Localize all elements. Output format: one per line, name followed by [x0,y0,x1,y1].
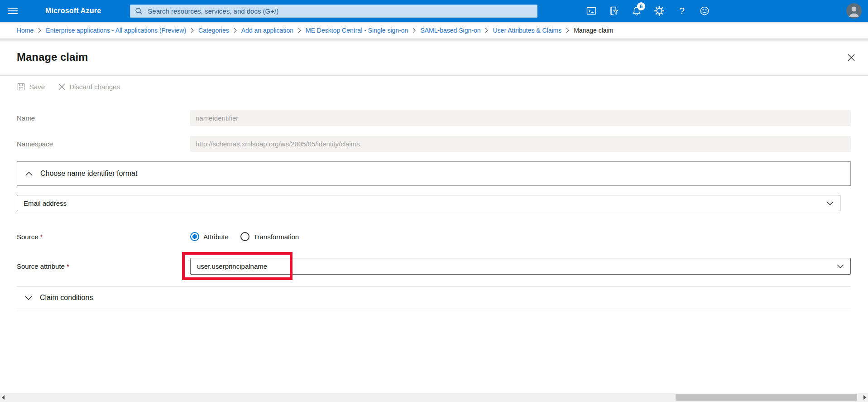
chevron-right-icon [566,28,569,33]
chevron-down-icon [837,264,844,268]
claim-conditions-label: Claim conditions [40,294,93,302]
hamburger-menu-icon[interactable] [0,0,25,22]
radio-selected-icon [190,232,199,241]
breadcrumb-saml-based-sign-on[interactable]: SAML-based Sign-on [420,27,480,34]
discard-changes-button[interactable]: Discard changes [58,83,120,91]
breadcrumb: Home Enterprise applications - All appli… [0,22,868,39]
claim-conditions-section[interactable]: Claim conditions [17,287,851,309]
required-asterisk: * [67,262,69,270]
directory-filter-icon [609,5,619,16]
chevron-down-icon [826,201,834,205]
cloud-shell-button[interactable] [580,0,603,22]
search-icon [135,7,143,15]
close-blade-button[interactable] [844,51,858,64]
attribute-radio-label: Attribute [203,233,229,241]
breadcrumb-enterprise-applications[interactable]: Enterprise applications - All applicatio… [46,27,186,34]
chevron-right-icon [298,28,301,33]
radio-unselected-icon [240,232,249,241]
command-bar: Save Discard changes [0,76,868,97]
chevron-right-icon [485,28,488,33]
namespace-input: http://schemas.xmlsoap.org/ws/2005/05/id… [190,136,851,152]
notification-count-badge: 6 [637,2,645,10]
transformation-radio-label: Transformation [254,233,299,241]
section-label: Choose name identifier format [40,170,137,178]
help-icon: ? [679,5,685,16]
close-icon [848,54,855,61]
manage-claim-form: Name nameidentifier Namespace http://sch… [0,110,868,309]
settings-button[interactable] [648,0,671,22]
gear-icon [654,5,665,16]
source-radio-group: Attribute Transformation [190,232,299,241]
section-divider [17,309,851,309]
required-asterisk: * [40,233,43,241]
save-button[interactable]: Save [17,82,45,91]
breadcrumb-add-an-application[interactable]: Add an application [241,27,293,34]
account-menu[interactable] [846,3,862,19]
name-identifier-format-select[interactable]: Email address [17,195,840,211]
cloud-shell-icon [586,5,597,16]
source-transformation-radio[interactable]: Transformation [240,232,299,241]
breadcrumb-manage-claim: Manage claim [574,27,613,34]
global-search-input[interactable] [147,7,532,15]
discard-changes-label: Discard changes [69,83,120,91]
global-search-box[interactable] [130,5,537,18]
page-title: Manage claim [17,50,88,64]
source-attribute-value: user.userprincipalname [197,262,267,270]
breadcrumb-home[interactable]: Home [17,27,34,34]
avatar[interactable] [846,3,862,19]
scroll-left-arrow[interactable] [0,393,6,402]
smiley-icon [699,5,710,16]
source-label: Source* [17,233,190,241]
azure-brand-title: Microsoft Azure [45,7,101,15]
scroll-right-arrow[interactable] [862,393,868,402]
name-input: nameidentifier [190,110,851,126]
chevron-up-icon [25,172,33,176]
source-attribute-label: Source attribute* [17,262,190,270]
choose-name-identifier-format-section[interactable]: Choose name identifier format [17,161,851,186]
topbar-icons: 6 ? [580,0,716,22]
source-attribute-radio[interactable]: Attribute [190,232,229,241]
blade-shadow [0,39,868,42]
chevron-right-icon [234,28,237,33]
help-button[interactable]: ? [671,0,693,22]
chevron-down-icon [25,296,32,300]
horizontal-scrollbar[interactable] [0,393,868,402]
save-icon [17,82,25,91]
discard-x-icon [58,83,65,90]
breadcrumb-user-attributes-claims[interactable]: User Attributes & Claims [493,27,561,34]
breadcrumb-categories[interactable]: Categories [198,27,229,34]
notifications-button[interactable]: 6 [625,0,648,22]
chevron-right-icon [191,28,194,33]
namespace-label: Namespace [17,140,190,148]
top-bar: Microsoft Azure [0,0,868,22]
chevron-right-icon [38,28,41,33]
save-label: Save [29,83,45,91]
breadcrumb-single-sign-on[interactable]: ME Desktop Central - Single sign-on [306,27,408,34]
name-label: Name [17,114,190,122]
directory-filter-button[interactable] [603,0,625,22]
selected-format-value: Email address [24,199,67,207]
chevron-right-icon [412,28,416,33]
source-attribute-combobox[interactable]: user.userprincipalname [190,258,851,275]
scrollbar-thumb[interactable] [676,394,857,401]
feedback-button[interactable] [693,0,716,22]
